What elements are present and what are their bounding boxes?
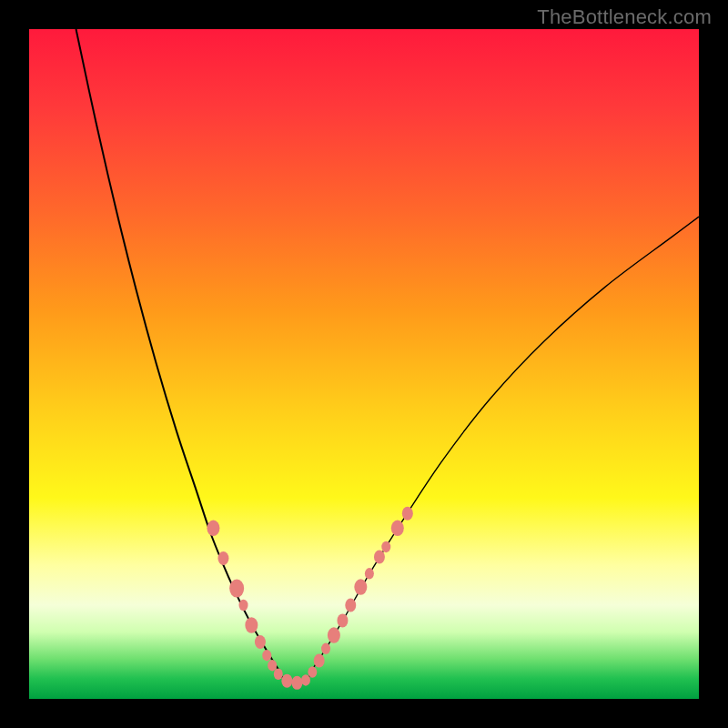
data-bead [321,643,330,655]
data-bead [262,650,271,662]
data-bead [245,617,258,633]
data-bead [314,654,325,668]
data-bead [328,627,340,643]
data-bead [354,579,367,595]
data-bead [402,507,413,521]
data-bead [281,674,292,688]
data-bead [365,568,374,580]
data-bead [229,580,244,598]
data-bead [239,600,248,612]
chart-frame [29,29,699,699]
curve-right-branch [310,217,699,672]
data-bead [337,613,348,627]
bead-cluster-right [308,507,413,678]
data-bead [274,669,283,681]
data-bead [301,674,310,686]
bead-cluster-left [207,521,310,690]
data-bead [255,635,266,649]
curve-left-branch [76,29,280,672]
data-bead [391,521,404,537]
data-bead [217,551,228,565]
data-bead [345,598,356,612]
chart-svg [29,29,699,699]
data-bead [291,676,302,690]
data-bead [381,541,390,553]
data-bead [374,550,385,563]
data-bead [207,521,219,537]
data-bead [308,666,317,678]
data-bead [268,660,277,672]
watermark-text: TheBottleneck.com [537,5,712,29]
